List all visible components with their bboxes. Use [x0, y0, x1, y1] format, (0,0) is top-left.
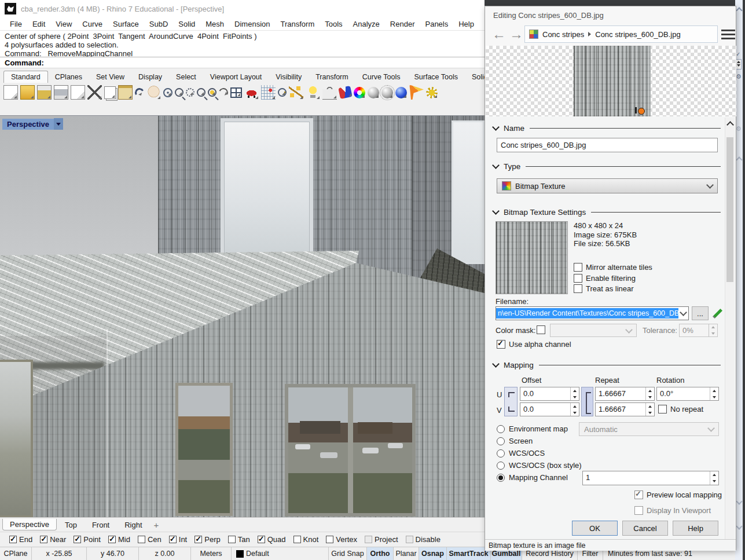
- collapse-chevron-icon[interactable]: [492, 360, 500, 368]
- osnap-mid-checkbox[interactable]: [108, 536, 116, 543]
- cut-icon[interactable]: [87, 85, 102, 100]
- breadcrumb-parent[interactable]: Conc stripes: [542, 30, 584, 39]
- osnap-cen-checkbox[interactable]: [138, 536, 145, 543]
- texture-preview-area[interactable]: [486, 46, 736, 116]
- osnap-near[interactable]: Near: [40, 535, 66, 544]
- filename-combobox[interactable]: n\en-US\Render Content\Textures\Conc str…: [496, 306, 689, 320]
- section-type[interactable]: Type: [493, 162, 721, 171]
- menu-view[interactable]: View: [50, 19, 77, 30]
- statusbar-units[interactable]: Meters: [191, 547, 232, 560]
- texture-type-dropdown[interactable]: Bitmap Texture: [497, 178, 718, 193]
- viewport-tab-right[interactable]: Right: [118, 519, 149, 530]
- viewport-tab-front[interactable]: Front: [85, 519, 116, 530]
- lock-icon[interactable]: [322, 85, 337, 100]
- offset-u-spinner[interactable]: 0.0: [520, 387, 579, 401]
- section-bitmap-settings[interactable]: Bitmap Texture Settings: [493, 207, 721, 217]
- selected-sphere-icon[interactable]: [381, 87, 393, 98]
- mirror-tiles-checkbox[interactable]: [574, 263, 582, 272]
- statusbar-cplane[interactable]: CPlane: [0, 547, 32, 560]
- osnap-end-checkbox[interactable]: [9, 536, 17, 543]
- back-arrow-icon[interactable]: ←: [492, 27, 506, 41]
- chevron-down-icon[interactable]: [736, 498, 742, 504]
- spin-up[interactable]: [571, 403, 579, 409]
- filename-selected-text[interactable]: n\en-US\Render Content\Textures\Conc str…: [496, 308, 678, 319]
- forward-arrow-icon[interactable]: →: [509, 27, 523, 41]
- filename-dropdown-arrow[interactable]: [678, 312, 688, 315]
- environment-map-radio-row[interactable]: Environment map: [497, 424, 568, 433]
- edit-pencil-icon[interactable]: [711, 306, 724, 320]
- toolbar-tab-viewport-layout[interactable]: Viewport Layout: [203, 71, 269, 83]
- toolbar-tab-transform[interactable]: Transform: [309, 71, 355, 83]
- osnap-end[interactable]: End: [9, 535, 32, 544]
- mapping-channel-radio-row[interactable]: Mapping Channel: [497, 473, 568, 482]
- spin-down[interactable]: [571, 409, 579, 416]
- repeat-v-spinner[interactable]: 1.66667: [595, 402, 655, 416]
- menu-analyze[interactable]: Analyze: [348, 19, 385, 30]
- texture-name-input[interactable]: [497, 138, 718, 152]
- environment-map-radio[interactable]: [497, 425, 505, 433]
- copy-icon[interactable]: [104, 86, 116, 99]
- save-icon[interactable]: [37, 85, 52, 100]
- cancel-button[interactable]: Cancel: [622, 521, 668, 536]
- toolbar-tab-display[interactable]: Display: [131, 71, 169, 83]
- section-name[interactable]: Name: [493, 123, 721, 133]
- scroll-up-icon[interactable]: [726, 121, 734, 129]
- screen-radio-row[interactable]: Screen: [497, 437, 533, 445]
- panel-titlebar[interactable]: Editing Conc stripes_600_DB.jpg: [485, 6, 736, 24]
- no-repeat-row[interactable]: No repeat: [658, 405, 703, 413]
- preview-local-mapping-checkbox[interactable]: [634, 491, 643, 499]
- menu-surface[interactable]: Surface: [108, 19, 144, 30]
- menu-file[interactable]: File: [5, 19, 27, 30]
- spin-down[interactable]: [646, 409, 654, 416]
- offset-uv-link-toggle[interactable]: [504, 387, 518, 416]
- options-gear-icon[interactable]: [426, 87, 438, 98]
- shaded-sphere-icon[interactable]: [368, 87, 379, 98]
- wcs-ocs-box-radio[interactable]: [497, 462, 505, 470]
- screen-radio[interactable]: [497, 437, 505, 445]
- rendered-sphere-icon[interactable]: [395, 87, 407, 98]
- repeat-u-spinner[interactable]: 1.66667: [595, 387, 655, 401]
- wcs-ocs-radio[interactable]: [497, 449, 505, 457]
- rotation-spinner[interactable]: 0.0°: [656, 387, 719, 401]
- mapping-channel-spinner[interactable]: 1: [582, 471, 719, 485]
- osnap-cen[interactable]: Cen: [138, 535, 162, 544]
- enable-filtering-checkbox[interactable]: [574, 274, 582, 283]
- color-wheel-icon[interactable]: [354, 87, 365, 98]
- offset-v-spinner[interactable]: 0.0: [520, 402, 579, 416]
- lamp-icon[interactable]: [306, 85, 320, 100]
- spin-up[interactable]: [646, 403, 654, 409]
- spin-up[interactable]: [710, 387, 718, 394]
- toolbar-tab-curve-tools[interactable]: Curve Tools: [355, 71, 408, 83]
- toolbar-tab-select[interactable]: Select: [169, 71, 203, 83]
- treat-as-linear-checkbox[interactable]: [574, 284, 582, 293]
- osnap-tan-checkbox[interactable]: [228, 536, 236, 543]
- stepper-icon[interactable]: [736, 59, 742, 69]
- scrollbar-thumb[interactable]: [726, 137, 733, 282]
- menu-curve[interactable]: Curve: [77, 19, 108, 30]
- wcs-ocs-box-radio-row[interactable]: WCS/OCS (box style): [497, 461, 582, 470]
- spin-up[interactable]: [571, 387, 579, 394]
- ok-button[interactable]: OK: [572, 521, 618, 536]
- toolbar-tab-cplanes[interactable]: CPlanes: [48, 71, 89, 83]
- osnap-vertex[interactable]: Vertex: [326, 535, 357, 544]
- display-in-viewport-checkbox[interactable]: [634, 506, 643, 515]
- flag-icon[interactable]: [409, 85, 424, 100]
- collapse-chevron-icon[interactable]: [492, 207, 500, 215]
- osnap-knot[interactable]: Knot: [293, 535, 319, 544]
- titlebar[interactable]: cba_render.3dm (4 MB) - Rhino 7 Educatio…: [0, 0, 485, 17]
- viewport-tab-top[interactable]: Top: [58, 519, 84, 530]
- command-prompt[interactable]: Command:: [0, 57, 485, 68]
- collapse-chevron-icon[interactable]: [492, 162, 500, 169]
- undo-view-icon[interactable]: [218, 86, 230, 98]
- browse-button[interactable]: ...: [692, 306, 709, 320]
- osnap-quad[interactable]: Quad: [258, 535, 286, 544]
- open-file-icon[interactable]: [20, 85, 35, 100]
- rotate-view-icon[interactable]: [163, 88, 173, 97]
- collapse-chevron-icon[interactable]: [492, 123, 500, 131]
- toolbar-tab-solid-tools[interactable]: Solid Tools: [465, 71, 485, 83]
- perspective-viewport[interactable]: Perspective: [0, 115, 485, 518]
- status-toggle-planar[interactable]: Planar: [394, 547, 419, 560]
- viewport-title-menu[interactable]: Perspective: [2, 118, 63, 130]
- toolbar-tab-visibility[interactable]: Visibility: [269, 71, 309, 83]
- print-icon[interactable]: [54, 85, 68, 100]
